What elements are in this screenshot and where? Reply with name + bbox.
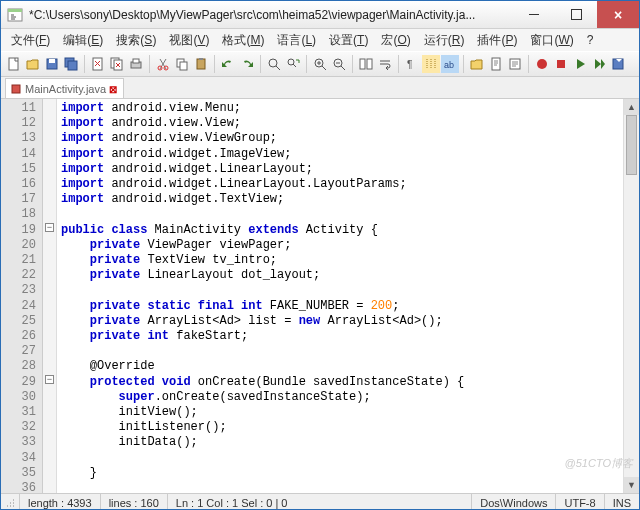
close-file-icon[interactable] (89, 55, 107, 73)
tab-label: MainActivity.java (25, 83, 106, 95)
save-all-icon[interactable] (62, 55, 80, 73)
doc-map-icon[interactable] (487, 55, 505, 73)
code-line: import android.view.ViewGroup; (61, 131, 623, 146)
code-view[interactable]: import android.view.Menu;import android.… (57, 99, 623, 493)
line-gutter: 1112131415161718192021222324252627282930… (1, 99, 43, 493)
menu-item[interactable]: 编辑(E) (57, 30, 109, 51)
toolbar-separator (352, 55, 353, 73)
file-tab[interactable]: MainActivity.java ⊠ (5, 78, 124, 98)
close-button[interactable]: × (597, 1, 639, 28)
print-icon[interactable] (127, 55, 145, 73)
copy-icon[interactable] (173, 55, 191, 73)
menu-item[interactable]: 窗口(W) (524, 30, 579, 51)
svg-rect-16 (197, 59, 205, 69)
code-line: private static final int FAKE_NUMBER = 2… (61, 299, 623, 314)
code-line: import android.widget.TextView; (61, 192, 623, 207)
code-line: protected void onCreate(Bundle savedInst… (61, 375, 623, 390)
cut-icon[interactable] (154, 55, 172, 73)
scroll-up-icon[interactable]: ▲ (624, 99, 639, 115)
sync-scroll-icon[interactable] (357, 55, 375, 73)
svg-rect-6 (68, 61, 77, 70)
scroll-down-icon[interactable]: ▼ (624, 477, 639, 493)
scroll-thumb[interactable] (626, 115, 637, 175)
code-line: private TextView tv_intro; (61, 253, 623, 268)
code-line (61, 344, 623, 359)
editor-area: 1112131415161718192021222324252627282930… (1, 99, 639, 493)
play-macro-icon[interactable] (571, 55, 589, 73)
svg-point-13 (164, 66, 168, 70)
code-line: private ArrayList<Ad> list = new ArrayLi… (61, 314, 623, 329)
svg-point-28 (537, 59, 547, 69)
toolbar-separator (306, 55, 307, 73)
code-line: public class MainActivity extends Activi… (61, 223, 623, 238)
toolbar-separator (84, 55, 85, 73)
menu-item[interactable]: 格式(M) (216, 30, 270, 51)
toolbar-separator (260, 55, 261, 73)
resize-grip-icon[interactable] (1, 494, 20, 510)
indent-guide-icon[interactable] (422, 55, 440, 73)
status-encoding: UTF-8 (556, 494, 604, 510)
svg-text:ab: ab (444, 60, 454, 70)
new-file-icon[interactable] (5, 55, 23, 73)
app-icon (7, 7, 23, 23)
menu-bar: 文件(F)编辑(E)搜索(S)视图(V)格式(M)语言(L)设置(T)宏(O)运… (1, 29, 639, 51)
svg-rect-4 (49, 59, 55, 63)
tab-close-icon[interactable]: ⊠ (109, 84, 119, 94)
save-macro-icon[interactable] (609, 55, 627, 73)
menu-item[interactable]: 设置(T) (323, 30, 374, 51)
status-lines: lines : 160 (101, 494, 168, 510)
record-macro-icon[interactable] (533, 55, 551, 73)
lang-icon[interactable]: ab (441, 55, 459, 73)
menu-item[interactable]: 运行(R) (418, 30, 471, 51)
svg-rect-11 (133, 59, 139, 63)
maximize-button[interactable] (555, 1, 597, 28)
stop-macro-icon[interactable] (552, 55, 570, 73)
save-icon[interactable] (43, 55, 61, 73)
toolbar-separator (149, 55, 150, 73)
tab-bar: MainActivity.java ⊠ (1, 77, 639, 99)
svg-text:¶: ¶ (407, 59, 412, 70)
menu-item[interactable]: 语言(L) (271, 30, 322, 51)
minimize-button[interactable] (513, 1, 555, 28)
vertical-scrollbar[interactable]: ▲ ▼ (623, 99, 639, 493)
svg-rect-31 (12, 85, 20, 93)
menu-item[interactable]: 插件(P) (471, 30, 523, 51)
svg-rect-23 (367, 59, 372, 69)
toolbar-separator (463, 55, 464, 73)
svg-rect-17 (199, 58, 203, 60)
replace-icon[interactable] (284, 55, 302, 73)
menu-item[interactable]: 视图(V) (163, 30, 215, 51)
menu-item[interactable]: ? (581, 31, 600, 49)
zoom-in-icon[interactable] (311, 55, 329, 73)
replay-macro-icon[interactable] (590, 55, 608, 73)
show-chars-icon[interactable]: ¶ (403, 55, 421, 73)
status-position: Ln : 1 Col : 1 Sel : 0 | 0 (168, 494, 472, 510)
code-line (61, 283, 623, 298)
close-all-icon[interactable] (108, 55, 126, 73)
function-list-icon[interactable] (506, 55, 524, 73)
wrap-icon[interactable] (376, 55, 394, 73)
fold-toggle[interactable]: − (45, 223, 54, 232)
menu-item[interactable]: 宏(O) (375, 30, 416, 51)
window-buttons: × (513, 1, 639, 28)
redo-icon[interactable] (238, 55, 256, 73)
file-dirty-icon (10, 83, 22, 95)
undo-icon[interactable] (219, 55, 237, 73)
menu-item[interactable]: 文件(F) (5, 30, 56, 51)
svg-rect-26 (492, 58, 500, 70)
paste-icon[interactable] (192, 55, 210, 73)
fold-toggle[interactable]: − (45, 375, 54, 384)
code-line (61, 481, 623, 493)
zoom-out-icon[interactable] (330, 55, 348, 73)
svg-rect-15 (180, 62, 187, 70)
folder-icon[interactable] (468, 55, 486, 73)
open-file-icon[interactable] (24, 55, 42, 73)
svg-rect-22 (360, 59, 365, 69)
menu-item[interactable]: 搜索(S) (110, 30, 162, 51)
find-icon[interactable] (265, 55, 283, 73)
status-length: length : 4393 (20, 494, 101, 510)
code-line: initListener(); (61, 420, 623, 435)
code-line: import android.view.Menu; (61, 101, 623, 116)
code-line: private LinearLayout dot_layout; (61, 268, 623, 283)
code-line: import android.widget.ImageView; (61, 147, 623, 162)
